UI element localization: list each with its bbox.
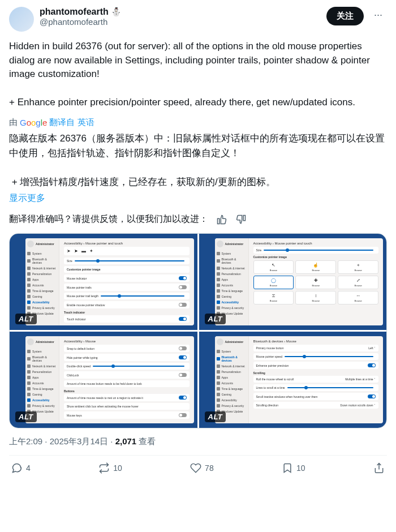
thumbs-down-icon — [235, 214, 247, 225]
thumbs-down-button[interactable] — [235, 214, 247, 225]
media-grid: Administrator System Bluetooth & devices… — [9, 233, 387, 428]
thumbs-up-button[interactable] — [216, 214, 227, 225]
reply-button[interactable]: 4 — [11, 462, 31, 474]
retweet-count: 10 — [113, 464, 122, 473]
reply-icon — [11, 462, 23, 474]
google-logo: Google — [20, 118, 47, 127]
alt-badge[interactable]: ALT — [205, 314, 226, 324]
bookmark-icon — [282, 462, 293, 474]
bookmark-button[interactable]: 10 — [282, 462, 305, 474]
thumbs-up-icon — [216, 214, 227, 225]
display-name[interactable]: phantomofearth — [40, 7, 109, 17]
user-handle[interactable]: @phantomofearth — [40, 17, 321, 27]
tweet-text: Hidden in build 26376 (out for server): … — [9, 40, 387, 109]
feedback-prompt: 翻译得准确吗？请提供反馈，以便我们加以改进： — [9, 213, 208, 225]
alt-badge[interactable]: ALT — [205, 411, 226, 422]
share-icon — [373, 462, 385, 474]
follow-button[interactable]: 关注 — [326, 7, 364, 25]
action-bar: 4 10 78 10 — [9, 459, 387, 476]
alt-badge[interactable]: ALT — [15, 314, 37, 324]
tweet-time[interactable]: 上午2:09 — [9, 436, 42, 446]
translated-text: 隐藏在版本 26376（服务器版本）中：旧鼠标属性对话框中的所有选项现在都可以在… — [9, 131, 387, 189]
name-emoji: ⛄ — [111, 7, 122, 17]
media-image-2[interactable]: Administrator System Bluetooth & devices… — [199, 234, 387, 330]
divider — [9, 455, 387, 456]
views-label: 查看 — [139, 436, 156, 446]
bookmark-count: 10 — [296, 464, 305, 473]
tweet-metadata: 上午2:09 · 2025年3月14日 · 2,071 查看 — [9, 436, 387, 447]
alt-badge[interactable]: ALT — [15, 411, 37, 422]
translation-attribution: 由 Google 翻译自 英语 — [9, 117, 387, 128]
heart-icon — [190, 462, 201, 474]
tweet-header: phantomofearth ⛄ @phantomofearth 关注 ··· — [9, 7, 387, 32]
retweet-icon — [98, 462, 110, 474]
like-button[interactable]: 78 — [190, 462, 214, 474]
show-more-link[interactable]: 显示更多 — [9, 192, 45, 204]
translation-feedback: 翻译得准确吗？请提供反馈，以便我们加以改进： — [9, 213, 387, 225]
reply-count: 4 — [26, 464, 31, 473]
media-image-3[interactable]: Administrator System Bluetooth & devices… — [10, 332, 197, 428]
retweet-button[interactable]: 10 — [98, 462, 122, 474]
more-options-button[interactable]: ··· — [369, 7, 387, 23]
like-count: 78 — [205, 464, 214, 473]
share-button[interactable] — [373, 462, 385, 474]
tweet-date[interactable]: 2025年3月14日 — [50, 436, 108, 446]
views-count: 2,071 — [115, 436, 137, 446]
translated-from-label: 翻译自 英语 — [49, 117, 94, 128]
avatar[interactable] — [9, 7, 34, 32]
media-image-1[interactable]: Administrator System Bluetooth & devices… — [10, 234, 197, 330]
media-image-4[interactable]: Administrator System Bluetooth & devices… — [199, 332, 387, 428]
translated-by-label: 由 — [9, 117, 18, 128]
